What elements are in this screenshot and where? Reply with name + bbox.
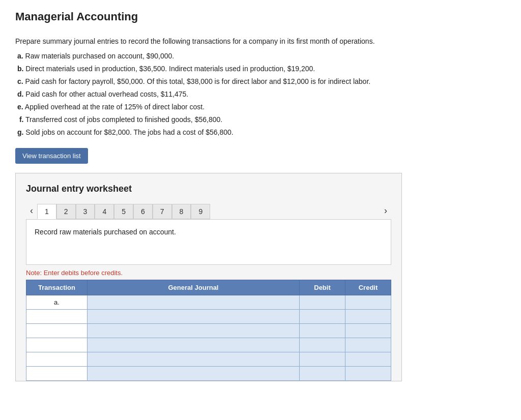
cell-credit-5[interactable]	[345, 352, 391, 367]
cell-credit-1[interactable]	[345, 295, 391, 310]
list-item: e. Applied overhead at the rate of 125% …	[17, 102, 504, 112]
tab-8[interactable]: 8	[172, 204, 191, 219]
transaction-list: a. Raw materials purchased on account, $…	[15, 51, 504, 138]
tab-3[interactable]: 3	[76, 204, 95, 219]
list-item: a. Raw materials purchased on account, $…	[17, 51, 504, 62]
cell-transaction-4	[26, 338, 88, 352]
list-item: g. Sold jobs on account for $82,000. The…	[17, 127, 504, 138]
tab-2[interactable]: 2	[56, 204, 76, 219]
journal-entry-table: Transaction General Journal Debit Credit…	[26, 280, 391, 381]
cell-debit-5[interactable]	[300, 352, 345, 367]
cell-transaction-a: a.	[26, 295, 88, 310]
cell-debit-4[interactable]	[300, 338, 345, 352]
tab-4[interactable]: 4	[95, 204, 114, 219]
cell-transaction-5	[26, 352, 88, 367]
cell-journal-4[interactable]	[88, 338, 300, 352]
table-row	[26, 324, 391, 338]
cell-credit-3[interactable]	[345, 324, 391, 338]
cell-credit-6[interactable]	[345, 367, 391, 381]
cell-transaction-3	[26, 324, 88, 338]
table-row	[26, 352, 391, 367]
cell-debit-2[interactable]	[300, 310, 345, 324]
table-row	[26, 367, 391, 381]
col-header-transaction: Transaction	[26, 280, 88, 295]
table-row	[26, 338, 391, 352]
worksheet-title: Journal entry worksheet	[26, 184, 391, 194]
view-transaction-list-button[interactable]: View transaction list	[15, 148, 88, 164]
cell-credit-4[interactable]	[345, 338, 391, 352]
list-item: c. Paid cash for factory payroll, $50,00…	[17, 76, 504, 87]
list-item: b. Direct materials used in production, …	[17, 64, 504, 74]
instructions-intro: Prepare summary journal entries to recor…	[15, 36, 504, 47]
cell-debit-3[interactable]	[300, 324, 345, 338]
table-row	[26, 310, 391, 324]
page-title: Managerial Accounting	[15, 10, 506, 23]
description-box: Record raw materials purchased on accoun…	[26, 219, 391, 265]
cell-journal-2[interactable]	[88, 310, 300, 324]
tab-6[interactable]: 6	[133, 204, 153, 219]
tab-1[interactable]: 1	[37, 204, 56, 219]
tab-7[interactable]: 7	[153, 204, 172, 219]
list-item: d. Paid cash for other actual overhead c…	[17, 89, 504, 100]
tab-5[interactable]: 5	[114, 204, 133, 219]
tab-9[interactable]: 9	[191, 204, 210, 219]
list-item: f. Transferred cost of jobs completed to…	[17, 114, 504, 125]
cell-journal-6[interactable]	[88, 367, 300, 381]
table-row: a.	[26, 295, 391, 310]
cell-debit-1[interactable]	[300, 295, 345, 310]
cell-debit-6[interactable]	[300, 367, 345, 381]
cell-journal-3[interactable]	[88, 324, 300, 338]
instructions-section: Prepare summary journal entries to recor…	[15, 36, 504, 138]
cell-journal-5[interactable]	[88, 352, 300, 367]
worksheet-container: Journal entry worksheet ‹ 1 2 3 4 5 6 7 …	[15, 173, 402, 381]
next-tab-button[interactable]: ›	[380, 202, 391, 219]
col-header-journal: General Journal	[88, 280, 300, 295]
col-header-credit: Credit	[345, 280, 391, 295]
col-header-debit: Debit	[300, 280, 345, 295]
note-text: Note: Enter debits before credits.	[26, 269, 391, 277]
cell-journal-1[interactable]	[88, 295, 300, 310]
cell-credit-2[interactable]	[345, 310, 391, 324]
tab-navigation: ‹ 1 2 3 4 5 6 7 8 9 ›	[26, 202, 391, 219]
prev-tab-button[interactable]: ‹	[26, 202, 37, 219]
cell-transaction-6	[26, 367, 88, 381]
cell-transaction-2	[26, 310, 88, 324]
